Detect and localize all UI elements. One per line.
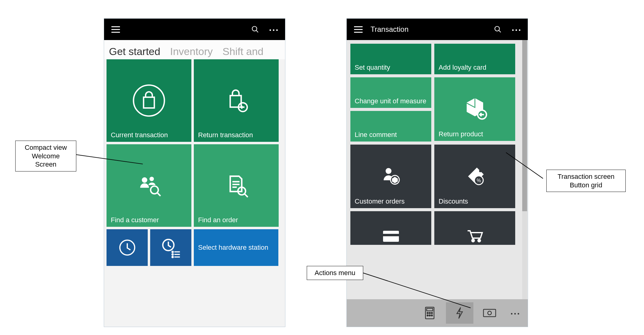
search-icon[interactable]: [249, 23, 261, 35]
tile-partial-card[interactable]: [350, 211, 431, 245]
nav-calculator-icon[interactable]: [416, 302, 443, 324]
svg-line-7: [157, 193, 161, 196]
tile-label: Add loyalty card: [439, 64, 511, 71]
svg-point-39: [429, 315, 430, 316]
tab-inventory[interactable]: Inventory: [170, 46, 213, 57]
tile-change-uom[interactable]: Change unit of measure: [350, 77, 431, 108]
svg-point-17: [172, 254, 173, 255]
tab-strip: Get started Inventory Shift and: [104, 40, 285, 59]
svg-point-6: [150, 186, 158, 194]
tile-return-product[interactable]: Return product: [434, 77, 515, 141]
page-title: Transaction: [371, 25, 409, 34]
svg-line-12: [244, 194, 248, 197]
more-icon[interactable]: [510, 23, 522, 35]
more-icon[interactable]: [267, 23, 280, 35]
tile-partial-cart[interactable]: [434, 211, 515, 245]
scrollbar-thumb[interactable]: [522, 40, 527, 211]
svg-line-22: [499, 30, 501, 32]
svg-point-21: [495, 26, 499, 31]
shopping-bag-return-icon: [194, 59, 279, 142]
svg-point-32: [478, 239, 480, 242]
svg-rect-30: [383, 234, 399, 236]
annotation-actions-menu: Actions menu: [307, 266, 363, 280]
button-grid-scroll[interactable]: Set quantity Add loyalty card Change uni…: [347, 40, 528, 300]
person-package-icon: [350, 145, 431, 208]
app-bar: [104, 19, 285, 40]
hamburger-menu-icon[interactable]: [110, 23, 122, 35]
svg-point-40: [431, 315, 432, 316]
bottom-nav: [347, 299, 528, 327]
clock-list-icon: [150, 229, 191, 266]
shopping-bag-circle-icon: [107, 59, 191, 142]
app-bar: Transaction: [347, 19, 528, 40]
svg-point-42: [488, 311, 491, 315]
tile-label: Set quantity: [355, 64, 427, 71]
svg-point-36: [429, 312, 430, 314]
tile-add-loyalty-card[interactable]: Add loyalty card: [434, 44, 515, 74]
svg-point-38: [427, 315, 428, 316]
tile-set-quantity[interactable]: Set quantity: [350, 44, 431, 74]
phone-welcome-screen: Get started Inventory Shift and Current …: [104, 18, 285, 327]
phone-transaction-screen: Transaction Set quantity Add loyalty car…: [346, 18, 528, 327]
tile-customer-orders[interactable]: Customer orders: [350, 145, 431, 208]
svg-point-19: [172, 256, 173, 258]
svg-rect-34: [427, 308, 433, 311]
svg-point-31: [472, 239, 474, 242]
tile-line-comment[interactable]: Line comment: [350, 111, 431, 142]
svg-line-1: [256, 30, 258, 32]
annotation-button-grid: Transaction screen Button grid: [546, 170, 626, 192]
tile-label: Change unit of measure: [355, 98, 427, 105]
svg-point-35: [427, 312, 428, 314]
people-search-icon: [107, 144, 191, 227]
clock-icon: [107, 229, 148, 266]
svg-point-2: [133, 85, 164, 116]
svg-point-26: [479, 170, 481, 172]
transaction-button-grid: Set quantity Add loyalty card Change uni…: [350, 44, 522, 245]
search-icon[interactable]: [492, 23, 504, 35]
annotation-compact-view: Compact view Welcome Screen: [15, 141, 76, 171]
svg-point-4: [142, 177, 147, 183]
svg-point-15: [172, 251, 173, 252]
tile-label: Line comment: [355, 131, 427, 138]
svg-point-37: [431, 312, 432, 314]
tab-shift[interactable]: Shift and: [223, 46, 263, 57]
svg-point-24: [385, 168, 391, 174]
tile-select-hardware-station[interactable]: Select hardware station: [194, 229, 278, 266]
tab-get-started[interactable]: Get started: [109, 46, 160, 57]
tile-find-customer[interactable]: Find a customer: [107, 144, 191, 227]
nav-more-icon[interactable]: [506, 302, 524, 324]
welcome-tile-grid: Current transaction Return transaction: [104, 59, 285, 270]
card-icon: [350, 211, 431, 245]
tile-clock[interactable]: [107, 229, 148, 266]
tile-clock-list[interactable]: [150, 229, 191, 266]
document-search-icon: [194, 144, 279, 227]
hamburger-menu-icon[interactable]: [352, 23, 364, 35]
tile-find-order[interactable]: Find an order: [194, 144, 279, 227]
nav-cash-icon[interactable]: [476, 302, 503, 324]
svg-point-5: [150, 177, 154, 181]
tile-label: Select hardware station: [198, 244, 274, 251]
tag-percent-icon: %: [434, 145, 515, 208]
tile-discounts[interactable]: % Discounts: [434, 145, 515, 208]
tile-return-transaction[interactable]: Return transaction: [194, 59, 279, 142]
svg-text:%: %: [476, 178, 481, 183]
svg-point-0: [252, 26, 257, 31]
package-return-icon: [434, 77, 515, 141]
svg-rect-41: [483, 309, 496, 317]
nav-actions-icon[interactable]: [446, 302, 473, 324]
tile-current-transaction[interactable]: Current transaction: [107, 59, 191, 142]
cart-icon: [434, 211, 515, 245]
